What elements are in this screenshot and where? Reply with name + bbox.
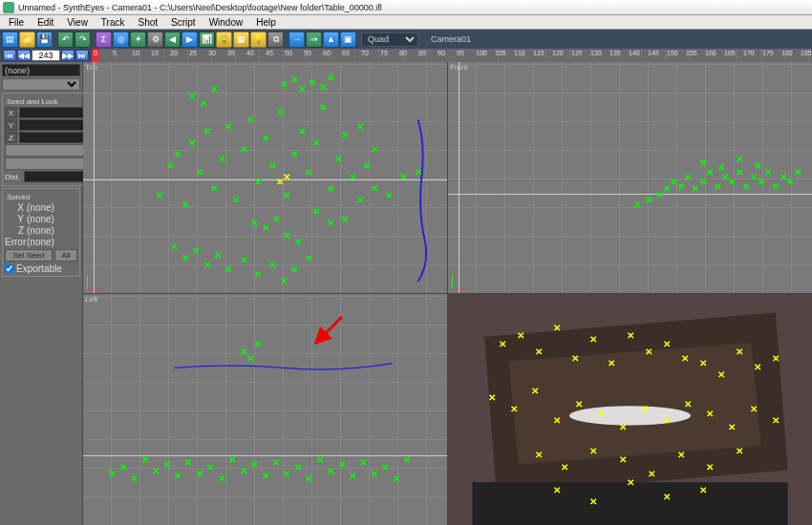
timeline: ⏮ ◀◀ ▶▶ ⏭ 051015202530354045505560657075… xyxy=(0,49,812,62)
solved-y-value: (none) xyxy=(27,214,54,224)
solved-title: Solved xyxy=(5,193,32,201)
next-key-icon[interactable]: ▶▶ xyxy=(61,50,75,61)
viewport-left-label: Left xyxy=(85,295,97,304)
timeline-ruler[interactable]: 0510152025303540455055606570758085909510… xyxy=(92,49,812,62)
viewport-top[interactable]: Top ✕✕✕✕✕✕✕✕✕✕✕✕✕✕✕✕✕✕✕✕✕✕✕✕✕✕✕✕✕✕✕✕✕✕✕✕… xyxy=(83,62,447,293)
viewport-front[interactable]: Front ✕✕✕✕✕✕✕✕✕✕✕✕✕✕✕✕✕✕✕✕✕✕✕✕✕✕ xyxy=(448,62,812,293)
x-label: X xyxy=(5,107,17,118)
viewports: Top ✕✕✕✕✕✕✕✕✕✕✕✕✕✕✕✕✕✕✕✕✕✕✕✕✕✕✕✕✕✕✕✕✕✕✕✕… xyxy=(83,62,812,525)
mesh-icon[interactable]: ▲ xyxy=(323,32,339,48)
solved-z-value: (none) xyxy=(27,225,54,236)
lock-icon[interactable]: 🔒 xyxy=(216,32,232,48)
prev-key-icon[interactable]: ◀◀ xyxy=(17,50,31,61)
z-label: Z xyxy=(5,132,17,143)
solved-z-label: Z xyxy=(5,225,24,236)
error-label: Error xyxy=(5,237,24,247)
menu-window[interactable]: Window xyxy=(203,16,250,29)
menubar: File Edit View Track Shot Script Window … xyxy=(0,15,812,30)
new-icon[interactable]: ▤ xyxy=(2,32,18,48)
tracker-icon[interactable]: ✦ xyxy=(130,32,146,48)
export-icon[interactable]: ▣ xyxy=(340,32,356,48)
viewport-top-label: Top xyxy=(85,63,97,72)
current-frame-input[interactable] xyxy=(32,50,60,61)
solver-icon[interactable]: ⚙ xyxy=(147,32,163,48)
window-title: Unnamed - SynthEyes - Camera01 - C:\User… xyxy=(18,3,382,12)
light-icon[interactable]: 💡 xyxy=(250,32,267,48)
save-icon[interactable]: 💾 xyxy=(36,32,53,48)
y-label: Y xyxy=(5,119,17,131)
track-forward-icon[interactable]: ⇒ xyxy=(306,32,322,48)
solved-y-label: Y xyxy=(5,214,24,224)
app-icon xyxy=(3,2,14,13)
svg-line-0 xyxy=(316,317,342,343)
viewport-icon[interactable]: ▦ xyxy=(233,32,249,48)
left-icon[interactable]: ◀ xyxy=(164,32,181,48)
axis-indicator-icon xyxy=(452,272,469,289)
dist-label: Dist. xyxy=(5,173,22,181)
menu-edit[interactable]: Edit xyxy=(31,16,60,29)
exportable-checkbox[interactable] xyxy=(5,264,13,273)
tracker-select[interactable] xyxy=(2,78,80,91)
solved-panel: Solved X(none) Y(none) Z(none) Error(non… xyxy=(2,188,80,277)
seed-lock-title: Seed and Lock xyxy=(5,97,59,106)
right-icon[interactable]: ▶ xyxy=(182,32,198,48)
exportable-label: Exportable xyxy=(16,263,62,274)
open-icon[interactable]: 📁 xyxy=(19,32,35,48)
toolbar: ▤ 📁 💾 ↶ ↷ Σ ◎ ✦ ⚙ ◀ ▶ 📊 🔒 ▦ 💡 ⧉ → ⇒ ▲ ▣ … xyxy=(0,30,812,49)
axis-indicator-icon xyxy=(87,272,104,289)
redo-icon[interactable]: ↷ xyxy=(75,32,91,48)
feature-icon[interactable]: ◎ xyxy=(113,32,129,48)
menu-script[interactable]: Script xyxy=(164,16,203,29)
view-layout-select[interactable]: Quad xyxy=(361,32,418,47)
menu-view[interactable]: View xyxy=(60,16,95,29)
first-frame-icon[interactable]: ⏮ xyxy=(3,50,16,61)
error-value: (none) xyxy=(27,237,54,247)
tracker-name-input[interactable] xyxy=(2,64,80,76)
sidebar: Seed and Lock X▲▼ Y▲▼ Z▲▼ Dist.▲▼ Solved… xyxy=(0,62,83,525)
set-seed-button[interactable]: Set Seed xyxy=(5,249,53,262)
menu-shot[interactable]: Shot xyxy=(132,16,165,29)
viewport-left[interactable]: Left ✕✕✕✕✕✕✕✕✕✕✕✕✕✕✕✕✕✕✕✕✕✕✕✕✕✕✕✕✕✕✕ xyxy=(83,294,447,525)
solved-x-value: (none) xyxy=(27,202,54,213)
summary-icon[interactable]: Σ xyxy=(96,32,112,48)
menu-help[interactable]: Help xyxy=(249,16,283,29)
titlebar: Unnamed - SynthEyes - Camera01 - C:\User… xyxy=(0,0,812,15)
menu-file[interactable]: File xyxy=(2,16,31,29)
viewport-front-label: Front xyxy=(450,63,468,72)
camera-label: Camera01 xyxy=(431,34,471,44)
viewport-camera[interactable]: ✕✕✕✕✕✕✕✕✕✕✕✕✕✕✕✕✕✕✕✕✕✕✕✕✕✕✕✕✕✕✕✕✕✕✕✕✕✕✕✕… xyxy=(448,294,812,525)
prefs-icon[interactable]: ⧉ xyxy=(267,32,284,48)
play-icon[interactable]: → xyxy=(288,32,305,48)
menu-track[interactable]: Track xyxy=(95,16,132,29)
all-button[interactable]: All xyxy=(54,249,77,262)
undo-icon[interactable]: ↶ xyxy=(57,32,74,48)
last-frame-icon[interactable]: ⏭ xyxy=(75,50,89,61)
solved-x-label: X xyxy=(5,202,24,213)
graph-icon[interactable]: 📊 xyxy=(199,32,215,48)
